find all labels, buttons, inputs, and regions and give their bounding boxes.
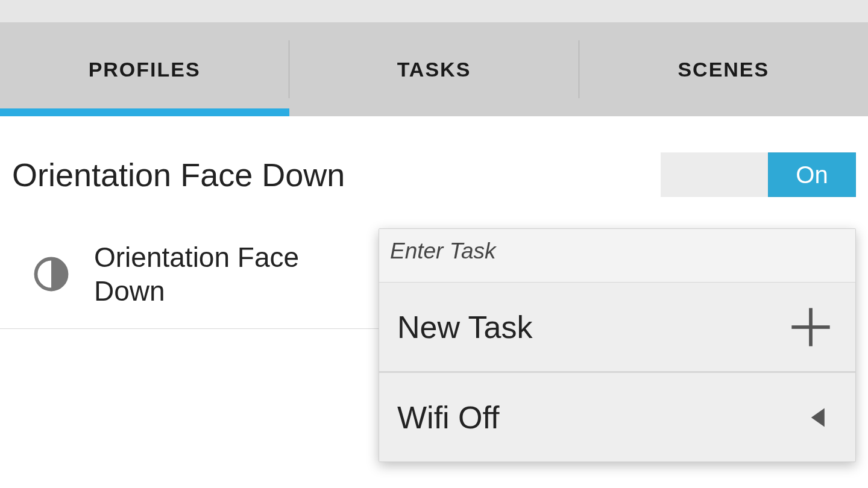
tab-profiles[interactable]: PROFILES [0,22,289,116]
popup-item-wifi-off[interactable]: Wifi Off [379,372,855,461]
profile-header: Orientation Face Down On [0,150,868,199]
tab-tasks[interactable]: TASKS [289,22,578,116]
tab-scenes[interactable]: SCENES [579,22,868,116]
tab-scenes-label: SCENES [678,58,769,81]
plus-icon [789,305,832,349]
toggle-on-side: On [768,152,856,197]
profile-title[interactable]: Orientation Face Down [12,156,345,193]
popup-header: Enter Task [379,229,855,282]
tab-profiles-label: PROFILES [89,58,201,81]
status-bar [0,0,868,22]
tab-tasks-label: TASKS [397,58,471,81]
context-label: Orientation Face Down [94,240,347,308]
enter-task-popup: Enter Task New Task Wifi Off [379,228,856,462]
profile-toggle[interactable]: On [661,152,856,197]
toggle-off-side [661,152,768,197]
tab-bar: PROFILES TASKS SCENES [0,22,868,116]
svg-rect-2 [791,325,829,329]
toggle-on-label: On [796,161,828,189]
triangle-left-icon [806,404,832,431]
popup-item-new-task[interactable]: New Task [379,282,855,371]
context-row[interactable]: Orientation Face Down [0,240,380,329]
content-area: Orientation Face Down On Orientation Fac… [0,116,868,329]
popup-item-label: Wifi Off [397,399,499,436]
orientation-icon [34,257,69,292]
popup-item-label: New Task [397,309,532,345]
svg-marker-3 [811,408,825,427]
active-tab-indicator [0,108,289,116]
